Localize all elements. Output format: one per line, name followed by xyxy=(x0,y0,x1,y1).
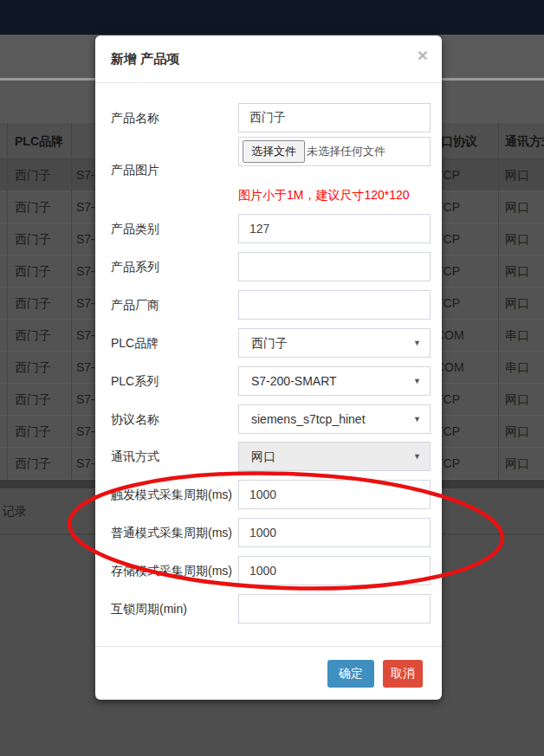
field-label-product-series: 产品系列 xyxy=(111,252,159,281)
image-size-hint: 图片小于1M，建议尺寸120*120 xyxy=(238,188,410,204)
table-border xyxy=(71,123,72,480)
product-vendor-input[interactable] xyxy=(238,290,431,320)
field-label-plc-series: PLC系列 xyxy=(111,366,159,396)
field-label-product-name: 产品名称 xyxy=(111,103,159,132)
confirm-button[interactable]: 确定 xyxy=(327,660,374,688)
chevron-down-icon: ▼ xyxy=(413,329,421,357)
page: PLC品牌 接口协议 通讯方式 西门子 S7- TCP 网口 西门子 S7- T… xyxy=(0,0,544,756)
field-label-storage-period: 存储模式采集周期(ms) xyxy=(111,556,232,585)
protocol-name-select[interactable]: siemens_s7tcp_hinet ▼ xyxy=(238,404,431,434)
modal-title: 新增 产品项 xyxy=(111,51,179,68)
field-label-comm-method: 通讯方式 xyxy=(111,442,159,471)
field-label-trigger-period: 触发模式采集周期(ms) xyxy=(111,480,232,509)
chevron-down-icon: ▼ xyxy=(413,443,421,470)
product-series-input[interactable] xyxy=(238,252,431,281)
column-header-comm-method: 通讯方式 xyxy=(505,123,544,159)
field-label-product-category: 产品类别 xyxy=(111,214,159,243)
trigger-mode-period-input[interactable] xyxy=(238,480,431,509)
close-icon[interactable]: × xyxy=(418,46,428,64)
file-chosen-text: 未选择任何文件 xyxy=(307,138,385,165)
comm-method-select: 网口 ▼ xyxy=(238,442,431,471)
field-label-protocol-name: 协议名称 xyxy=(111,404,159,434)
field-label-product-vendor: 产品厂商 xyxy=(111,290,159,320)
field-label-product-image: 产品图片 xyxy=(111,155,159,184)
field-label-normal-period: 普通模式采集周期(ms) xyxy=(111,518,232,547)
column-header-plc-brand: PLC品牌 xyxy=(15,123,63,159)
plc-brand-select[interactable]: 西门子 ▼ xyxy=(238,328,431,358)
file-input[interactable]: 选择文件 未选择任何文件 xyxy=(238,137,431,166)
add-product-modal: 新增 产品项 × 产品名称 产品图片 选择文件 未选择任何文件 图片小于1M，建… xyxy=(95,36,442,700)
chevron-down-icon: ▼ xyxy=(413,367,421,395)
table-border xyxy=(498,123,499,480)
choose-file-button[interactable]: 选择文件 xyxy=(243,140,305,163)
interlock-period-input[interactable] xyxy=(238,594,431,624)
top-navbar xyxy=(0,0,544,35)
normal-mode-period-input[interactable] xyxy=(238,518,431,547)
records-info-text: 记录 xyxy=(3,504,27,520)
modal-footer-divider xyxy=(95,646,442,647)
cancel-button[interactable]: 取消 xyxy=(383,660,423,688)
field-label-plc-brand: PLC品牌 xyxy=(111,328,159,358)
product-category-input[interactable] xyxy=(238,214,431,243)
table-border xyxy=(7,123,8,480)
plc-series-select[interactable]: S7-200-SMART ▼ xyxy=(238,366,431,396)
field-label-interlock-period: 互锁周期(min) xyxy=(111,594,187,624)
storage-mode-period-input[interactable] xyxy=(238,556,431,585)
modal-header: 新增 产品项 × xyxy=(95,36,442,83)
product-name-input[interactable] xyxy=(238,103,431,132)
chevron-down-icon: ▼ xyxy=(413,405,421,433)
